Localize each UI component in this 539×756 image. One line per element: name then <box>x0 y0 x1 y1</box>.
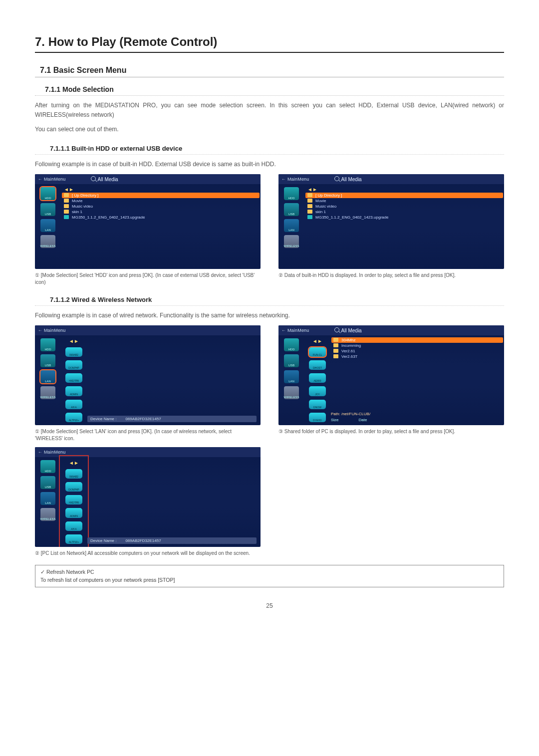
page-number: 25 <box>35 602 504 609</box>
main-menu-label: ← MainMenu <box>38 450 66 455</box>
all-media-label: All Media <box>334 176 362 182</box>
folder-icon <box>64 193 69 197</box>
sidebar-icon-hdd[interactable]: HDD <box>40 460 55 473</box>
list-item[interactable]: [ Up Directory ] <box>305 193 503 198</box>
size-label: Size <box>331 418 339 422</box>
caption-hdd-1: ① [Mode Selection] Select 'HDD' icon and… <box>35 272 261 286</box>
main-menu-label: ← MainMenu <box>281 328 309 333</box>
path-value: /net/FUN-CLUB/ <box>341 412 370 416</box>
folder-icon <box>307 204 312 208</box>
search-icon <box>334 327 339 332</box>
screenshot-hdd-mode-select: ← MainMenu All Media HDD USB LAN WIRELES… <box>35 174 261 269</box>
section-7-1: 7.1 Basic Screen Menu <box>35 65 504 77</box>
screenshot-shared-folder: ← MainMenu All Media HDD USB LAN WIRELES… <box>278 325 504 425</box>
note-line-1: Refresh Network PC <box>40 568 499 576</box>
list-item[interactable]: Incomming <box>333 343 501 348</box>
sidebar-icon-usb[interactable]: USB <box>40 203 55 216</box>
network-pc-icon[interactable]: 069AB2 <box>65 347 82 357</box>
caption-net-1: ① [Mode Selection] Select 'LAN' icon and… <box>35 428 261 442</box>
file-icon <box>307 215 312 219</box>
sidebar-icon-lan[interactable]: LAN <box>284 219 299 232</box>
main-menu-label: ← MainMenu <box>281 177 309 182</box>
folder-icon <box>307 193 312 197</box>
folder-icon <box>64 199 69 203</box>
highlight-box <box>59 455 89 547</box>
folder-icon <box>307 210 312 214</box>
device-name-value: 069AB2FD32E1457 <box>125 538 161 543</box>
sidebar-icon-wireless[interactable]: WIRELESS <box>284 386 299 399</box>
sidebar-icon-lan[interactable]: LAN <box>40 492 55 505</box>
note-line-2: To refresh list of computers on your net… <box>40 576 499 584</box>
path-label: Path: <box>331 412 340 416</box>
search-icon <box>91 176 96 181</box>
main-menu-label: ← MainMenu <box>38 177 66 182</box>
list-item[interactable]: 304Mhz <box>331 337 503 343</box>
list-item[interactable]: Ver2.61 <box>333 348 501 354</box>
sidebar-icon-hdd[interactable]: HDD <box>40 187 55 200</box>
caption-hdd-2: ② Data of built-in HDD is displayed. In … <box>278 272 504 279</box>
sidebar-icon-wireless[interactable]: WIRELESS <box>40 235 55 248</box>
all-media-label: All Media <box>91 176 118 182</box>
network-pc-icon[interactable]: ALTP10+ <box>65 413 82 422</box>
sidebar-icon-lan[interactable]: LAN <box>40 219 55 232</box>
section-7-1-1-2: 7.1.1.2 Wired & Wireless Network <box>35 295 504 306</box>
sidebar-icon-hdd[interactable]: HDD <box>284 338 299 351</box>
folder-icon <box>64 204 69 208</box>
para-7-1-1-1: Following example is in case of built-in… <box>35 160 504 169</box>
para-7-1-1-2: Following example is in case of wired ne… <box>35 311 504 320</box>
network-pc-icon[interactable]: AH A <box>65 400 82 409</box>
sidebar-icon-hdd[interactable]: HDD <box>40 338 55 351</box>
path-bar: Path: /net/FUN-CLUB/ <box>331 412 500 416</box>
folder-icon <box>333 343 338 347</box>
nav-arrows-icon: ◄► <box>312 338 322 344</box>
screenshot-lan-mode-select: ← MainMenu HDD USB LAN WIRELESS ◄► 069AB… <box>35 325 261 425</box>
sidebar-icon-lan[interactable]: LAN <box>284 370 299 383</box>
sidebar-icon-wireless[interactable]: WIRELESS <box>284 235 299 248</box>
list-item[interactable]: [ Up Directory ] <box>62 193 260 198</box>
para-7-1-1-a: After turning on the MEDIASTATION PRO, y… <box>35 101 504 120</box>
network-pc-icon[interactable]: HXDTP8 <box>65 373 82 383</box>
sidebar-icon-wireless[interactable]: WIRELESS <box>40 508 55 521</box>
folder-icon <box>64 210 69 214</box>
all-media-label: All Media <box>334 327 362 333</box>
size-date-bar: Size Date <box>331 418 500 422</box>
list-item[interactable]: skin 1 <box>64 209 258 215</box>
para-7-1-1-b: You can select one out of them. <box>35 125 504 134</box>
list-item[interactable]: Movie <box>307 198 501 204</box>
network-pc-icon[interactable]: ADMIN <box>65 386 82 396</box>
network-pc-icon[interactable]: DYAHO <box>309 413 326 422</box>
list-item[interactable]: MG350_1.1.2_ENG_0402_1423.upgrade <box>64 215 258 220</box>
network-pc-icon[interactable]: JOY <box>309 386 326 396</box>
nav-arrows-icon: ◄► <box>64 187 74 192</box>
sidebar-icon-wireless[interactable]: WIRELESS <box>40 386 55 399</box>
section-7-1-1-1: 7.1.1.1 Built-in HDD or external USB dev… <box>35 144 504 155</box>
sidebar-icon-lan[interactable]: LAN <box>40 370 55 383</box>
network-pc-icon[interactable]: DONPHP <box>65 360 82 370</box>
nav-arrows-icon: ◄► <box>69 338 79 344</box>
list-item[interactable]: MG350_1.1.2_ENG_0402_1423.upgrade <box>307 215 501 220</box>
caption-net-3: ③ Shared folder of PC is displayed. In o… <box>278 428 504 435</box>
list-item[interactable]: skin 1 <box>307 209 501 215</box>
list-item[interactable]: Music video <box>307 204 501 209</box>
network-pc-icon[interactable]: DHOST <box>309 360 326 370</box>
network-pc-icon[interactable]: FUN-CL <box>309 347 326 357</box>
network-pc-icon[interactable]: AE800 <box>309 373 326 383</box>
sidebar-icon-usb[interactable]: USB <box>284 354 299 367</box>
device-name-label: Device Name : <box>90 538 116 543</box>
device-name-bar: Device Name : 069AB2FD32E1457 <box>87 416 257 422</box>
caption-net-2: ② [PC List on Network] All accessible co… <box>35 550 261 557</box>
list-item[interactable]: Music video <box>64 204 258 209</box>
list-item[interactable]: Movie <box>64 198 258 204</box>
sidebar-icon-usb[interactable]: USB <box>40 354 55 367</box>
sidebar-icon-hdd[interactable]: HDD <box>284 187 299 200</box>
list-item[interactable]: Ver2.63T <box>333 354 501 359</box>
folder-icon <box>333 354 338 358</box>
network-pc-icon[interactable]: DNOW <box>309 400 326 409</box>
folder-icon <box>333 338 338 342</box>
search-icon <box>334 176 339 181</box>
device-name-label: Device Name : <box>90 417 116 421</box>
sidebar-icon-usb[interactable]: USB <box>284 203 299 216</box>
screenshot-hdd-list: ← MainMenu All Media HDD USB LAN WIRELES… <box>278 174 504 269</box>
sidebar-icon-usb[interactable]: USB <box>40 476 55 489</box>
screenshot-pc-list: ← MainMenu HDD USB LAN WIRELESS ◄► 069AB… <box>35 447 261 547</box>
